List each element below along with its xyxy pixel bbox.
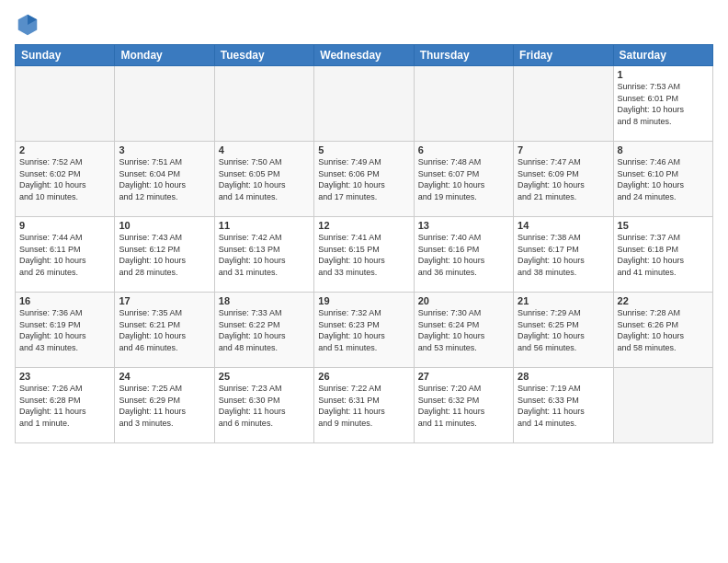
calendar-cell: 22Sunrise: 7:28 AM Sunset: 6:26 PM Dayli… (613, 293, 712, 368)
day-info: Sunrise: 7:36 AM Sunset: 6:19 PM Dayligh… (19, 307, 110, 353)
calendar-cell: 16Sunrise: 7:36 AM Sunset: 6:19 PM Dayli… (16, 293, 115, 368)
weekday-wednesday: Wednesday (314, 45, 414, 66)
calendar-cell (314, 66, 414, 142)
calendar-cell: 17Sunrise: 7:35 AM Sunset: 6:21 PM Dayli… (115, 293, 214, 368)
day-number: 10 (119, 220, 210, 231)
logo (15, 11, 44, 37)
day-number: 18 (219, 295, 310, 306)
calendar: SundayMondayTuesdayWednesdayThursdayFrid… (15, 44, 713, 443)
day-info: Sunrise: 7:23 AM Sunset: 6:30 PM Dayligh… (219, 383, 310, 429)
day-info: Sunrise: 7:49 AM Sunset: 6:06 PM Dayligh… (318, 156, 409, 202)
day-number: 9 (19, 220, 110, 231)
day-number: 23 (19, 371, 110, 382)
day-info: Sunrise: 7:52 AM Sunset: 6:02 PM Dayligh… (19, 156, 110, 202)
day-info: Sunrise: 7:48 AM Sunset: 6:07 PM Dayligh… (418, 156, 509, 202)
day-info: Sunrise: 7:28 AM Sunset: 6:26 PM Dayligh… (618, 307, 709, 353)
day-info: Sunrise: 7:44 AM Sunset: 6:11 PM Dayligh… (19, 232, 110, 278)
day-info: Sunrise: 7:19 AM Sunset: 6:33 PM Dayligh… (518, 383, 609, 429)
day-info: Sunrise: 7:30 AM Sunset: 6:24 PM Dayligh… (418, 307, 509, 353)
calendar-cell: 10Sunrise: 7:43 AM Sunset: 6:12 PM Dayli… (115, 217, 214, 293)
calendar-cell (613, 368, 712, 443)
day-number: 8 (618, 144, 709, 155)
day-info: Sunrise: 7:20 AM Sunset: 6:32 PM Dayligh… (418, 383, 509, 429)
week-row-5: 23Sunrise: 7:26 AM Sunset: 6:28 PM Dayli… (16, 368, 713, 443)
day-number: 2 (19, 144, 110, 155)
calendar-cell (115, 66, 214, 142)
page: SundayMondayTuesdayWednesdayThursdayFrid… (0, 0, 728, 563)
day-info: Sunrise: 7:43 AM Sunset: 6:12 PM Dayligh… (119, 232, 210, 278)
day-number: 26 (318, 371, 409, 382)
week-row-4: 16Sunrise: 7:36 AM Sunset: 6:19 PM Dayli… (16, 293, 713, 368)
day-info: Sunrise: 7:33 AM Sunset: 6:22 PM Dayligh… (219, 307, 310, 353)
calendar-cell: 13Sunrise: 7:40 AM Sunset: 6:16 PM Dayli… (414, 217, 513, 293)
day-info: Sunrise: 7:42 AM Sunset: 6:13 PM Dayligh… (219, 232, 310, 278)
day-info: Sunrise: 7:51 AM Sunset: 6:04 PM Dayligh… (119, 156, 210, 202)
calendar-cell: 5Sunrise: 7:49 AM Sunset: 6:06 PM Daylig… (314, 142, 414, 217)
calendar-cell: 7Sunrise: 7:47 AM Sunset: 6:09 PM Daylig… (514, 142, 613, 217)
day-number: 6 (418, 144, 509, 155)
week-row-1: 1Sunrise: 7:53 AM Sunset: 6:01 PM Daylig… (16, 66, 713, 142)
week-row-3: 9Sunrise: 7:44 AM Sunset: 6:11 PM Daylig… (16, 217, 713, 293)
day-info: Sunrise: 7:53 AM Sunset: 6:01 PM Dayligh… (618, 81, 709, 127)
weekday-thursday: Thursday (414, 45, 513, 66)
logo-icon (15, 11, 40, 37)
day-number: 21 (518, 295, 609, 306)
calendar-cell: 26Sunrise: 7:22 AM Sunset: 6:31 PM Dayli… (314, 368, 414, 443)
weekday-tuesday: Tuesday (214, 45, 313, 66)
header (15, 11, 713, 37)
day-number: 15 (618, 220, 709, 231)
calendar-cell (214, 66, 313, 142)
day-info: Sunrise: 7:38 AM Sunset: 6:17 PM Dayligh… (518, 232, 609, 278)
calendar-cell: 11Sunrise: 7:42 AM Sunset: 6:13 PM Dayli… (214, 217, 313, 293)
day-info: Sunrise: 7:32 AM Sunset: 6:23 PM Dayligh… (318, 307, 409, 353)
day-number: 5 (318, 144, 409, 155)
day-info: Sunrise: 7:46 AM Sunset: 6:10 PM Dayligh… (618, 156, 709, 202)
calendar-cell: 14Sunrise: 7:38 AM Sunset: 6:17 PM Dayli… (514, 217, 613, 293)
calendar-cell: 21Sunrise: 7:29 AM Sunset: 6:25 PM Dayli… (514, 293, 613, 368)
calendar-cell: 3Sunrise: 7:51 AM Sunset: 6:04 PM Daylig… (115, 142, 214, 217)
calendar-cell (414, 66, 513, 142)
day-number: 22 (618, 295, 709, 306)
day-number: 20 (418, 295, 509, 306)
calendar-cell: 4Sunrise: 7:50 AM Sunset: 6:05 PM Daylig… (214, 142, 313, 217)
day-info: Sunrise: 7:41 AM Sunset: 6:15 PM Dayligh… (318, 232, 409, 278)
weekday-monday: Monday (115, 45, 214, 66)
weekday-sunday: Sunday (16, 45, 115, 66)
calendar-cell (514, 66, 613, 142)
day-number: 25 (219, 371, 310, 382)
day-info: Sunrise: 7:50 AM Sunset: 6:05 PM Dayligh… (219, 156, 310, 202)
calendar-cell: 20Sunrise: 7:30 AM Sunset: 6:24 PM Dayli… (414, 293, 513, 368)
weekday-saturday: Saturday (613, 45, 712, 66)
calendar-cell: 27Sunrise: 7:20 AM Sunset: 6:32 PM Dayli… (414, 368, 513, 443)
calendar-cell: 8Sunrise: 7:46 AM Sunset: 6:10 PM Daylig… (613, 142, 712, 217)
calendar-cell: 2Sunrise: 7:52 AM Sunset: 6:02 PM Daylig… (16, 142, 115, 217)
day-info: Sunrise: 7:25 AM Sunset: 6:29 PM Dayligh… (119, 383, 210, 429)
day-number: 1 (618, 69, 709, 80)
day-number: 4 (219, 144, 310, 155)
weekday-friday: Friday (514, 45, 613, 66)
day-info: Sunrise: 7:47 AM Sunset: 6:09 PM Dayligh… (518, 156, 609, 202)
day-info: Sunrise: 7:40 AM Sunset: 6:16 PM Dayligh… (418, 232, 509, 278)
calendar-cell: 23Sunrise: 7:26 AM Sunset: 6:28 PM Dayli… (16, 368, 115, 443)
day-number: 16 (19, 295, 110, 306)
calendar-cell: 25Sunrise: 7:23 AM Sunset: 6:30 PM Dayli… (214, 368, 313, 443)
weekday-header-row: SundayMondayTuesdayWednesdayThursdayFrid… (16, 45, 713, 66)
calendar-cell: 12Sunrise: 7:41 AM Sunset: 6:15 PM Dayli… (314, 217, 414, 293)
day-number: 27 (418, 371, 509, 382)
day-number: 12 (318, 220, 409, 231)
calendar-cell: 15Sunrise: 7:37 AM Sunset: 6:18 PM Dayli… (613, 217, 712, 293)
calendar-cell: 6Sunrise: 7:48 AM Sunset: 6:07 PM Daylig… (414, 142, 513, 217)
day-info: Sunrise: 7:26 AM Sunset: 6:28 PM Dayligh… (19, 383, 110, 429)
calendar-cell: 9Sunrise: 7:44 AM Sunset: 6:11 PM Daylig… (16, 217, 115, 293)
day-number: 14 (518, 220, 609, 231)
day-number: 28 (518, 371, 609, 382)
day-info: Sunrise: 7:22 AM Sunset: 6:31 PM Dayligh… (318, 383, 409, 429)
calendar-cell: 19Sunrise: 7:32 AM Sunset: 6:23 PM Dayli… (314, 293, 414, 368)
day-number: 11 (219, 220, 310, 231)
calendar-cell: 24Sunrise: 7:25 AM Sunset: 6:29 PM Dayli… (115, 368, 214, 443)
day-info: Sunrise: 7:37 AM Sunset: 6:18 PM Dayligh… (618, 232, 709, 278)
day-number: 7 (518, 144, 609, 155)
day-number: 17 (119, 295, 210, 306)
calendar-cell: 28Sunrise: 7:19 AM Sunset: 6:33 PM Dayli… (514, 368, 613, 443)
day-number: 19 (318, 295, 409, 306)
